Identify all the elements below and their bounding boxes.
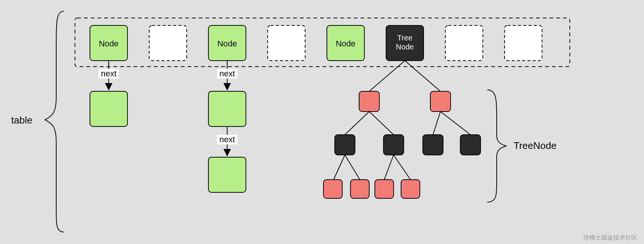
tree-l3-a [323, 180, 342, 198]
tree-edge-4 [440, 112, 470, 135]
tree-edge-5 [334, 155, 345, 180]
tree-edge-7 [384, 155, 394, 180]
slot-4-label: Node [336, 39, 356, 48]
watermark: @稀土掘金技术社区 [583, 234, 637, 241]
next-label-2b: next [219, 135, 235, 144]
chain2-node1 [208, 91, 246, 126]
tree-edge-root-r [405, 61, 440, 91]
slot-7 [505, 25, 542, 61]
tree-l2-d [460, 135, 481, 155]
tree-edge-6 [345, 155, 360, 180]
next-arrow-0: next [99, 61, 119, 89]
tree-edge-2 [369, 112, 394, 135]
slot-5-label-1: Tree [397, 34, 412, 42]
tree-l2-c [423, 135, 443, 155]
tree-edge-1 [345, 112, 369, 135]
next-label-2a: next [219, 69, 235, 78]
slot-1 [149, 25, 187, 61]
tree-edge-3 [433, 112, 440, 135]
tree-l1-a [359, 91, 379, 112]
tree-l3-c [375, 180, 394, 198]
table-label: table [11, 115, 32, 126]
chain0-node1 [90, 91, 127, 126]
slot-2-label: Node [217, 39, 237, 48]
chain2-node2 [208, 157, 246, 192]
slot-2: Node [208, 25, 246, 61]
tree-l1-b [430, 91, 451, 112]
slot-6 [445, 25, 483, 61]
tree-edge-8 [394, 155, 410, 180]
treenode-label: TreeNode [514, 140, 557, 151]
slot-4: Node [327, 25, 364, 61]
tree-l2-b [383, 135, 404, 155]
left-brace [45, 11, 64, 232]
next-label-0: next [101, 69, 117, 78]
slot-5-label-2: Node [396, 43, 414, 51]
tree-l2-a [335, 135, 355, 155]
slot-0: Node [90, 25, 127, 61]
next-arrow-2b: next [217, 126, 237, 155]
next-arrow-2a: next [217, 61, 237, 89]
tree-l3-b [350, 180, 369, 198]
tree-l3-d [401, 180, 420, 198]
slot-5: Tree Node [386, 25, 424, 61]
right-brace [487, 90, 506, 202]
slot-0-label: Node [99, 39, 119, 48]
slot-3 [268, 25, 305, 61]
tree-edge-root-l [369, 61, 405, 91]
